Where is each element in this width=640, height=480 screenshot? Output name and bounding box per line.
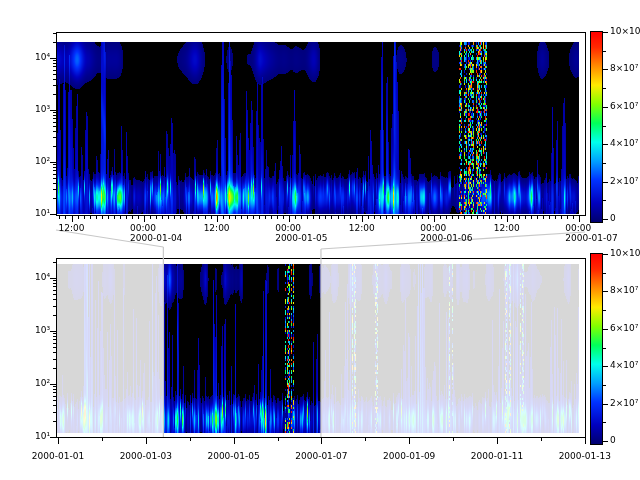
y-tick-label: 10⁴ (26, 272, 50, 282)
colorbar-tick-label: 6×10⁷ (610, 101, 638, 111)
context-spectrogram-canvas (44, 246, 590, 452)
y-tick-label: 10² (26, 156, 50, 166)
y-tick-label: 10⁴ (26, 52, 50, 62)
colorbar-tick-label: 4×10⁷ (610, 138, 638, 148)
x-tick-label: 2000-01-07 (295, 451, 347, 461)
y-tick-label: 10² (26, 378, 50, 388)
figure: 10¹10²10³10⁴12:0000:002000-01-0412:0000:… (0, 0, 640, 480)
y-tick-label: 10³ (26, 104, 50, 114)
x-tick-label: 12:00 (59, 223, 85, 233)
colorbar-bottom (590, 253, 603, 445)
colorbar-tick (603, 107, 608, 108)
colorbar-tick (603, 329, 608, 330)
colorbar-tick (603, 404, 608, 405)
y-tick-label: 10¹ (26, 431, 50, 441)
colorbar-minor-tick (603, 88, 606, 89)
x-tick-label: 2000-01-13 (559, 451, 611, 461)
x-tick-label: 12:00 (494, 223, 520, 233)
colorbar-tick (603, 219, 608, 220)
colorbar-tick-label: 6×10⁷ (610, 323, 638, 333)
colorbar-tick-label: 2×10⁷ (610, 398, 638, 408)
x-tick-label: 12:00 (204, 223, 230, 233)
x-tick-date-label: 2000-01-04 (130, 233, 182, 243)
x-tick-label: 2000-01-11 (471, 451, 523, 461)
colorbar-tick (603, 366, 608, 367)
colorbar-minor-tick (603, 51, 606, 52)
y-tick-label: 10³ (26, 325, 50, 335)
colorbar-minor-tick (603, 385, 606, 386)
colorbar-minor-tick (603, 273, 606, 274)
x-tick-label: 00:00 (275, 223, 301, 233)
x-tick-label: 12:00 (349, 223, 375, 233)
x-tick-label: 2000-01-01 (32, 451, 84, 461)
x-tick-date-label: 2000-01-05 (275, 233, 327, 243)
x-tick-label: 00:00 (565, 223, 591, 233)
colorbar-tick-label: 0 (610, 435, 616, 445)
colorbar-minor-tick (603, 422, 606, 423)
x-tick-label: 2000-01-03 (120, 451, 172, 461)
colorbar-tick-label: 2×10⁷ (610, 176, 638, 186)
colorbar-tick (603, 69, 608, 70)
x-tick-date-label: 2000-01-06 (420, 233, 472, 243)
y-tick-label: 10¹ (26, 208, 50, 218)
colorbar-tick-label: 0 (610, 213, 616, 223)
colorbar-tick-label: 8×10⁷ (610, 285, 638, 295)
x-tick-label: 2000-01-09 (383, 451, 435, 461)
colorbar-tick (603, 182, 608, 183)
colorbar-tick-label: 10×10⁷ (610, 248, 640, 258)
colorbar-minor-tick (603, 348, 606, 349)
x-tick-label: 00:00 (420, 223, 446, 233)
colorbar-minor-tick (603, 163, 606, 164)
x-tick-label: 00:00 (130, 223, 156, 233)
zoom-spectrogram-canvas (44, 20, 590, 226)
colorbar-tick (603, 441, 608, 442)
colorbar-minor-tick (603, 126, 606, 127)
x-tick-date-label: 2000-01-07 (565, 233, 617, 243)
colorbar-minor-tick (603, 200, 606, 201)
colorbar-tick-label: 8×10⁷ (610, 63, 638, 73)
colorbar-tick (603, 144, 608, 145)
colorbar-tick-label: 10×10⁷ (610, 26, 640, 36)
colorbar-tick (603, 32, 608, 33)
colorbar-minor-tick (603, 310, 606, 311)
colorbar-top (590, 31, 603, 223)
colorbar-tick-label: 4×10⁷ (610, 360, 638, 370)
colorbar-tick (603, 254, 608, 255)
x-tick-label: 2000-01-05 (207, 451, 259, 461)
colorbar-tick (603, 291, 608, 292)
